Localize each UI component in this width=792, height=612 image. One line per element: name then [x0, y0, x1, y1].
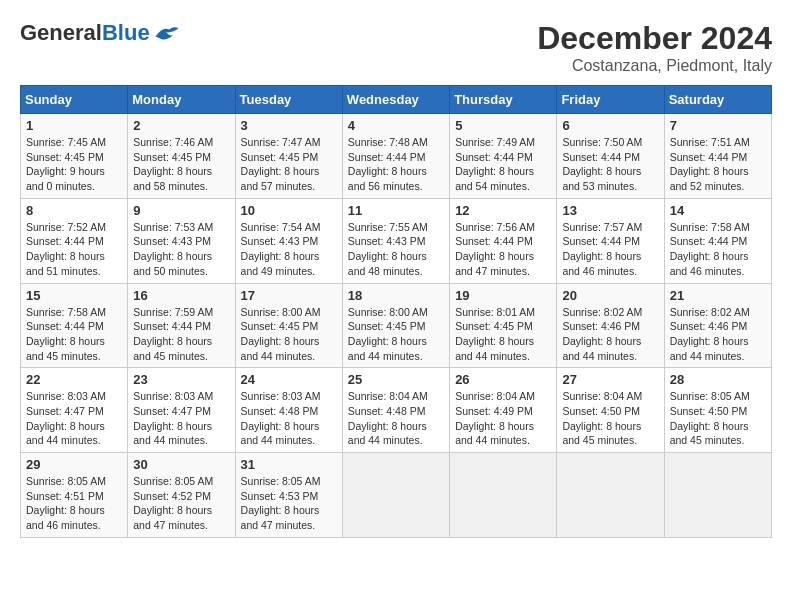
day-number: 2 — [133, 118, 229, 133]
day-info: Sunrise: 7:51 AM Sunset: 4:44 PM Dayligh… — [670, 135, 766, 194]
table-row: 28 Sunrise: 8:05 AM Sunset: 4:50 PM Dayl… — [664, 368, 771, 453]
table-row: 30 Sunrise: 8:05 AM Sunset: 4:52 PM Dayl… — [128, 453, 235, 538]
day-number: 15 — [26, 288, 122, 303]
table-row: 3 Sunrise: 7:47 AM Sunset: 4:45 PM Dayli… — [235, 114, 342, 199]
page-header: GeneralBlue December 2024 Costanzana, Pi… — [20, 20, 772, 75]
day-info: Sunrise: 7:58 AM Sunset: 4:44 PM Dayligh… — [26, 305, 122, 364]
table-row: 10 Sunrise: 7:54 AM Sunset: 4:43 PM Dayl… — [235, 198, 342, 283]
logo-bird-icon — [152, 22, 180, 44]
day-number: 12 — [455, 203, 551, 218]
day-number: 28 — [670, 372, 766, 387]
table-row: 4 Sunrise: 7:48 AM Sunset: 4:44 PM Dayli… — [342, 114, 449, 199]
day-number: 22 — [26, 372, 122, 387]
day-number: 11 — [348, 203, 444, 218]
day-info: Sunrise: 8:02 AM Sunset: 4:46 PM Dayligh… — [562, 305, 658, 364]
calendar-header-row: Sunday Monday Tuesday Wednesday Thursday… — [21, 86, 772, 114]
day-number: 30 — [133, 457, 229, 472]
table-row: 8 Sunrise: 7:52 AM Sunset: 4:44 PM Dayli… — [21, 198, 128, 283]
table-row: 11 Sunrise: 7:55 AM Sunset: 4:43 PM Dayl… — [342, 198, 449, 283]
day-number: 29 — [26, 457, 122, 472]
day-info: Sunrise: 7:45 AM Sunset: 4:45 PM Dayligh… — [26, 135, 122, 194]
day-info: Sunrise: 7:57 AM Sunset: 4:44 PM Dayligh… — [562, 220, 658, 279]
day-info: Sunrise: 7:54 AM Sunset: 4:43 PM Dayligh… — [241, 220, 337, 279]
col-wednesday: Wednesday — [342, 86, 449, 114]
day-info: Sunrise: 7:55 AM Sunset: 4:43 PM Dayligh… — [348, 220, 444, 279]
day-number: 10 — [241, 203, 337, 218]
day-info: Sunrise: 7:56 AM Sunset: 4:44 PM Dayligh… — [455, 220, 551, 279]
calendar-week-row: 29 Sunrise: 8:05 AM Sunset: 4:51 PM Dayl… — [21, 453, 772, 538]
day-info: Sunrise: 8:02 AM Sunset: 4:46 PM Dayligh… — [670, 305, 766, 364]
day-number: 8 — [26, 203, 122, 218]
page-title: December 2024 — [537, 20, 772, 57]
calendar-week-row: 15 Sunrise: 7:58 AM Sunset: 4:44 PM Dayl… — [21, 283, 772, 368]
day-number: 1 — [26, 118, 122, 133]
day-info: Sunrise: 8:05 AM Sunset: 4:51 PM Dayligh… — [26, 474, 122, 533]
col-friday: Friday — [557, 86, 664, 114]
logo-blue: Blue — [102, 20, 150, 46]
day-info: Sunrise: 8:04 AM Sunset: 4:49 PM Dayligh… — [455, 389, 551, 448]
day-info: Sunrise: 7:52 AM Sunset: 4:44 PM Dayligh… — [26, 220, 122, 279]
day-info: Sunrise: 8:00 AM Sunset: 4:45 PM Dayligh… — [241, 305, 337, 364]
table-row: 12 Sunrise: 7:56 AM Sunset: 4:44 PM Dayl… — [450, 198, 557, 283]
day-number: 6 — [562, 118, 658, 133]
table-row: 1 Sunrise: 7:45 AM Sunset: 4:45 PM Dayli… — [21, 114, 128, 199]
table-row: 2 Sunrise: 7:46 AM Sunset: 4:45 PM Dayli… — [128, 114, 235, 199]
day-number: 16 — [133, 288, 229, 303]
day-info: Sunrise: 8:05 AM Sunset: 4:52 PM Dayligh… — [133, 474, 229, 533]
table-row: 29 Sunrise: 8:05 AM Sunset: 4:51 PM Dayl… — [21, 453, 128, 538]
table-row: 17 Sunrise: 8:00 AM Sunset: 4:45 PM Dayl… — [235, 283, 342, 368]
day-info: Sunrise: 8:01 AM Sunset: 4:45 PM Dayligh… — [455, 305, 551, 364]
table-row — [342, 453, 449, 538]
day-info: Sunrise: 7:47 AM Sunset: 4:45 PM Dayligh… — [241, 135, 337, 194]
day-info: Sunrise: 7:58 AM Sunset: 4:44 PM Dayligh… — [670, 220, 766, 279]
table-row — [450, 453, 557, 538]
table-row: 18 Sunrise: 8:00 AM Sunset: 4:45 PM Dayl… — [342, 283, 449, 368]
col-monday: Monday — [128, 86, 235, 114]
table-row — [664, 453, 771, 538]
calendar-week-row: 22 Sunrise: 8:03 AM Sunset: 4:47 PM Dayl… — [21, 368, 772, 453]
table-row: 6 Sunrise: 7:50 AM Sunset: 4:44 PM Dayli… — [557, 114, 664, 199]
col-tuesday: Tuesday — [235, 86, 342, 114]
day-number: 14 — [670, 203, 766, 218]
day-info: Sunrise: 8:03 AM Sunset: 4:47 PM Dayligh… — [133, 389, 229, 448]
day-info: Sunrise: 7:53 AM Sunset: 4:43 PM Dayligh… — [133, 220, 229, 279]
day-info: Sunrise: 7:46 AM Sunset: 4:45 PM Dayligh… — [133, 135, 229, 194]
table-row: 31 Sunrise: 8:05 AM Sunset: 4:53 PM Dayl… — [235, 453, 342, 538]
day-number: 7 — [670, 118, 766, 133]
table-row: 9 Sunrise: 7:53 AM Sunset: 4:43 PM Dayli… — [128, 198, 235, 283]
table-row: 5 Sunrise: 7:49 AM Sunset: 4:44 PM Dayli… — [450, 114, 557, 199]
day-number: 18 — [348, 288, 444, 303]
day-number: 27 — [562, 372, 658, 387]
table-row: 21 Sunrise: 8:02 AM Sunset: 4:46 PM Dayl… — [664, 283, 771, 368]
table-row: 22 Sunrise: 8:03 AM Sunset: 4:47 PM Dayl… — [21, 368, 128, 453]
day-number: 13 — [562, 203, 658, 218]
title-block: December 2024 Costanzana, Piedmont, Ital… — [537, 20, 772, 75]
calendar-table: Sunday Monday Tuesday Wednesday Thursday… — [20, 85, 772, 538]
table-row: 7 Sunrise: 7:51 AM Sunset: 4:44 PM Dayli… — [664, 114, 771, 199]
calendar-week-row: 8 Sunrise: 7:52 AM Sunset: 4:44 PM Dayli… — [21, 198, 772, 283]
day-number: 19 — [455, 288, 551, 303]
table-row: 25 Sunrise: 8:04 AM Sunset: 4:48 PM Dayl… — [342, 368, 449, 453]
table-row: 24 Sunrise: 8:03 AM Sunset: 4:48 PM Dayl… — [235, 368, 342, 453]
day-info: Sunrise: 8:04 AM Sunset: 4:48 PM Dayligh… — [348, 389, 444, 448]
logo-general: General — [20, 20, 102, 46]
day-number: 17 — [241, 288, 337, 303]
table-row: 15 Sunrise: 7:58 AM Sunset: 4:44 PM Dayl… — [21, 283, 128, 368]
day-info: Sunrise: 7:50 AM Sunset: 4:44 PM Dayligh… — [562, 135, 658, 194]
day-info: Sunrise: 8:00 AM Sunset: 4:45 PM Dayligh… — [348, 305, 444, 364]
day-info: Sunrise: 8:04 AM Sunset: 4:50 PM Dayligh… — [562, 389, 658, 448]
table-row: 16 Sunrise: 7:59 AM Sunset: 4:44 PM Dayl… — [128, 283, 235, 368]
day-number: 4 — [348, 118, 444, 133]
table-row: 14 Sunrise: 7:58 AM Sunset: 4:44 PM Dayl… — [664, 198, 771, 283]
table-row: 23 Sunrise: 8:03 AM Sunset: 4:47 PM Dayl… — [128, 368, 235, 453]
day-info: Sunrise: 8:03 AM Sunset: 4:48 PM Dayligh… — [241, 389, 337, 448]
col-thursday: Thursday — [450, 86, 557, 114]
table-row: 20 Sunrise: 8:02 AM Sunset: 4:46 PM Dayl… — [557, 283, 664, 368]
day-number: 5 — [455, 118, 551, 133]
day-number: 3 — [241, 118, 337, 133]
day-info: Sunrise: 7:49 AM Sunset: 4:44 PM Dayligh… — [455, 135, 551, 194]
day-number: 23 — [133, 372, 229, 387]
day-number: 26 — [455, 372, 551, 387]
table-row — [557, 453, 664, 538]
col-sunday: Sunday — [21, 86, 128, 114]
